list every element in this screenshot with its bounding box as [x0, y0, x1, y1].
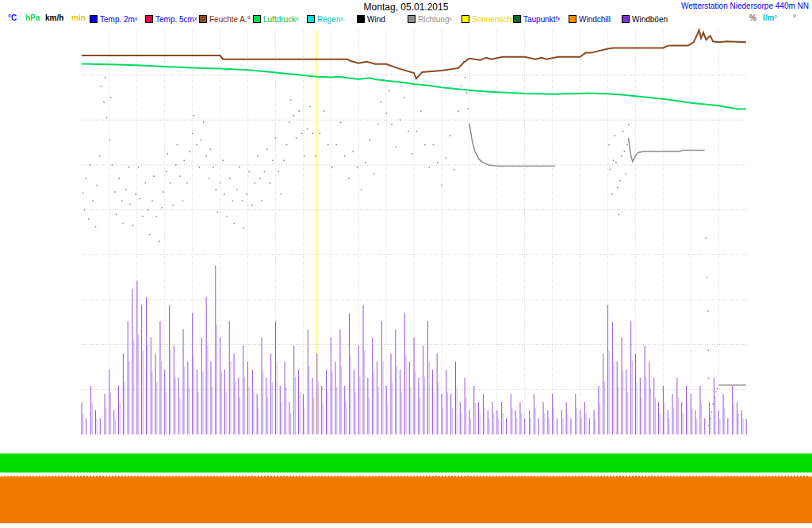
- weather-app-window: Montag, 05.01.2015 Wetterstation Nieders…: [0, 0, 812, 528]
- weather-chart[interactable]: [0, 0, 812, 453]
- sensor-table: [0, 476, 812, 523]
- status-bar: [0, 453, 812, 473]
